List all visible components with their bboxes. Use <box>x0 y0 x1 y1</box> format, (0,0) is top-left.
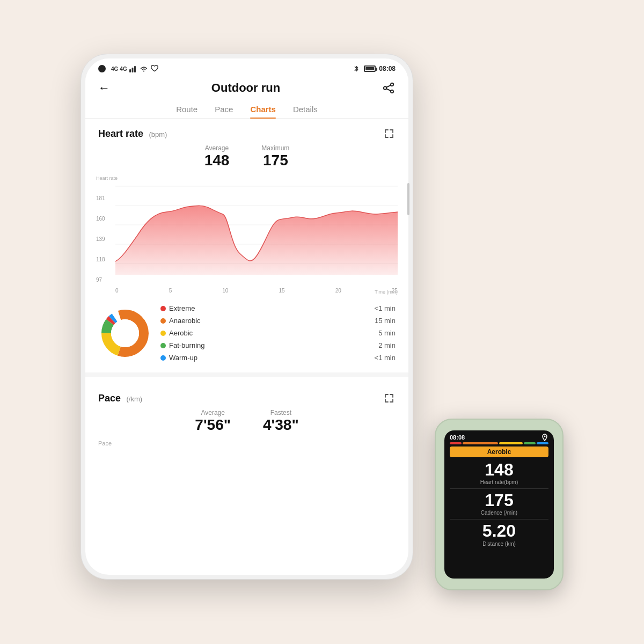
x-10: 10 <box>222 288 228 294</box>
content-area: Heart rate (bpm) Average 148 <box>85 119 408 447</box>
watch-distance-value: 5.20 <box>444 522 554 540</box>
watch-heart-rate-label: Heart rate(bpm) <box>444 479 554 485</box>
watch-location-icon <box>541 434 548 441</box>
tab-charts[interactable]: Charts <box>250 105 276 118</box>
chart-x-labels: 0 5 10 15 20 25 <box>115 288 398 294</box>
pace-section: Pace (/km) Average 7'56" <box>98 377 396 447</box>
progress-fatburning <box>524 442 536 444</box>
watch-distance: 5.20 Distance (km) <box>444 522 554 546</box>
legend-warmup: Warm-up <1 min <box>160 354 396 362</box>
pace-axis-label: Pace <box>98 440 396 447</box>
aerobic-name: Aerobic <box>169 329 369 337</box>
fatburning-dot <box>160 343 166 348</box>
bluetooth-icon <box>352 65 361 72</box>
x-15: 15 <box>279 288 284 294</box>
average-stat: Average 148 <box>204 144 230 169</box>
heart-rate-chart: Heart rate 181 160 139 118 97 <box>96 175 398 294</box>
status-left: 4G 4G <box>98 65 159 72</box>
y-118: 118 <box>96 257 118 262</box>
tab-route[interactable]: Route <box>176 105 197 118</box>
expand-button[interactable] <box>383 127 396 140</box>
svg-point-18 <box>111 319 139 347</box>
smartwatch: 08:08 Aerobic 148 Heart rate(bpm) <box>435 419 564 590</box>
side-button <box>407 183 409 215</box>
progress-warmup <box>537 442 548 444</box>
tab-pace[interactable]: Pace <box>215 105 233 118</box>
svg-point-5 <box>384 86 386 89</box>
watch-time: 08:08 <box>450 434 465 441</box>
svg-rect-0 <box>129 69 131 72</box>
aerobic-val: 5 min <box>369 329 396 337</box>
watch-distance-label: Distance (km) <box>444 541 554 547</box>
wifi-icon <box>139 65 149 72</box>
y-139: 139 <box>96 236 118 242</box>
progress-anaerobic <box>463 442 498 444</box>
pace-average-stat: Average 7'56" <box>195 409 231 434</box>
svg-rect-2 <box>134 66 136 72</box>
extreme-name: Extreme <box>169 304 369 312</box>
legend-extreme: Extreme <1 min <box>160 304 396 312</box>
anaerobic-dot <box>160 318 166 324</box>
pace-title: Pace <box>98 393 121 404</box>
pace-average-value: 7'56" <box>195 416 231 434</box>
watch-screen: 08:08 Aerobic 148 Heart rate(bpm) <box>444 430 554 579</box>
signal-bars-icon <box>129 65 137 72</box>
watch-heart-rate-value: 148 <box>444 460 554 479</box>
camera-dot <box>98 65 106 72</box>
status-right: 08:08 <box>352 65 396 72</box>
warmup-name: Warm-up <box>169 354 369 362</box>
svg-line-7 <box>386 89 391 91</box>
pace-expand-button[interactable] <box>383 392 396 405</box>
health-icon <box>150 65 159 72</box>
scene: 4G 4G <box>80 54 564 590</box>
x-axis-label: Time (min) <box>375 289 398 295</box>
svg-point-3 <box>391 83 393 86</box>
progress-aerobic <box>499 442 523 444</box>
maximum-value: 175 <box>261 152 289 169</box>
page-title: Outdoor run <box>211 81 280 95</box>
tab-details[interactable]: Details <box>293 105 318 118</box>
back-button[interactable]: ← <box>98 81 110 95</box>
nav-bar: ← Outdoor run <box>85 76 408 100</box>
y-label-heart-rate: Heart rate <box>96 175 118 181</box>
share-icon[interactable] <box>382 82 396 94</box>
chart-y-labels: Heart rate 181 160 139 118 97 <box>96 175 118 283</box>
watch-zone-badge: Aerobic <box>450 447 548 457</box>
battery-icon <box>364 65 376 72</box>
y-97: 97 <box>96 277 118 283</box>
svg-point-19 <box>544 436 546 437</box>
donut-chart <box>98 306 152 360</box>
watch-cadence-value: 175 <box>444 491 554 510</box>
svg-point-4 <box>391 90 393 93</box>
average-value: 148 <box>204 152 230 169</box>
legend-aerobic: Aerobic 5 min <box>160 329 396 337</box>
pace-fastest-value: 4'38" <box>263 416 299 434</box>
watch-divider-2 <box>450 519 548 519</box>
heart-rate-svg <box>115 175 398 283</box>
watch-progress-bar <box>444 442 554 447</box>
warmup-dot <box>160 355 166 361</box>
watch-status-bar: 08:08 <box>444 430 554 442</box>
legend-anaerobic: Anaerobic 15 min <box>160 317 396 325</box>
heart-rate-stats: Average 148 Maximum 175 <box>98 144 396 169</box>
phone-inner: 4G 4G <box>85 58 408 575</box>
pace-unit: (/km) <box>127 395 143 403</box>
donut-svg <box>98 306 152 360</box>
svg-line-6 <box>386 85 391 87</box>
x-20: 20 <box>335 288 341 294</box>
legend-fatburning: Fat-burning 2 min <box>160 341 396 349</box>
heart-rate-section-header: Heart rate (bpm) <box>98 127 396 140</box>
progress-extreme <box>450 442 462 444</box>
watch-divider-1 <box>450 488 548 489</box>
pace-section-header: Pace (/km) <box>98 392 396 405</box>
watch-cadence-label: Cadence (/min) <box>444 510 554 516</box>
battery-fill <box>365 67 374 70</box>
pace-title-group: Pace (/km) <box>98 393 142 404</box>
heart-rate-title-group: Heart rate (bpm) <box>98 128 167 140</box>
extreme-val: <1 min <box>369 304 396 312</box>
x-5: 5 <box>169 288 172 294</box>
phone: 4G 4G <box>80 54 413 580</box>
y-181: 181 <box>96 195 118 201</box>
y-160: 160 <box>96 216 118 222</box>
watch-strap-bottom <box>452 587 546 590</box>
